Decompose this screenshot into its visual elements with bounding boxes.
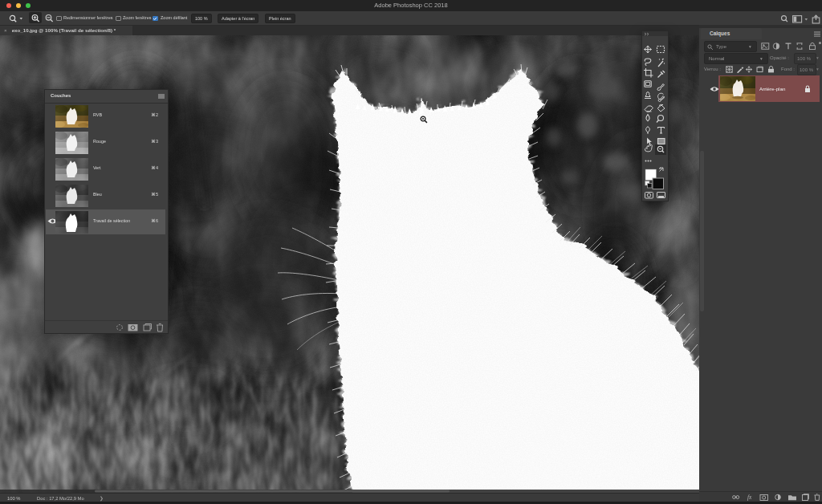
svg-text:fx: fx	[747, 494, 752, 501]
